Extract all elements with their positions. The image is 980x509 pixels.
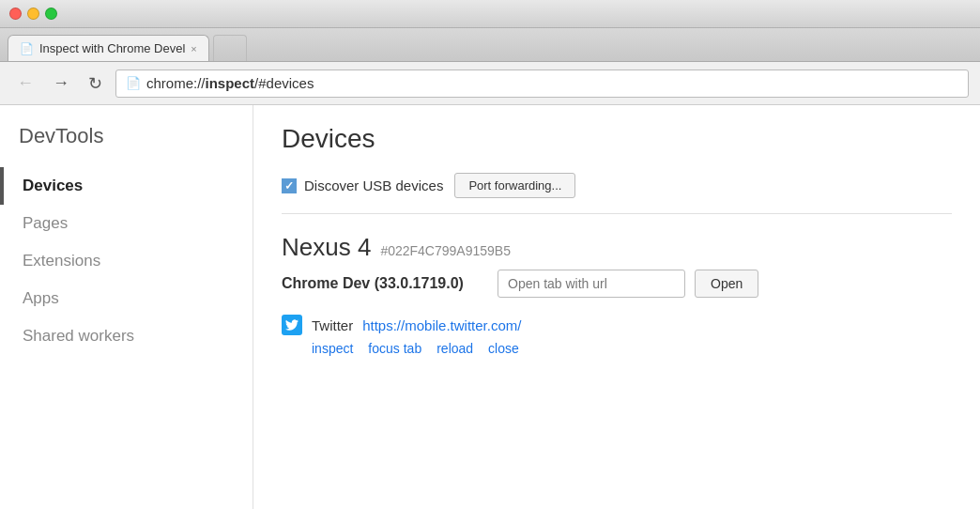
- forward-button[interactable]: →: [47, 69, 75, 97]
- discover-usb-row: ✓ Discover USB devices Port forwarding..…: [282, 173, 952, 214]
- focus-tab-link[interactable]: focus tab: [368, 341, 421, 356]
- sidebar-item-apps[interactable]: Apps: [0, 280, 253, 317]
- nav-bar: ← → ↻ 📄 chrome://inspect/#devices: [0, 62, 980, 105]
- maximize-button[interactable]: [45, 8, 57, 20]
- tab-page-icon: 📄: [20, 42, 34, 55]
- device-name: Nexus 4: [282, 233, 371, 262]
- close-link[interactable]: close: [488, 341, 519, 356]
- sidebar-item-shared-workers[interactable]: Shared workers: [0, 317, 253, 355]
- browser-row: Chrome Dev (33.0.1719.0) Open: [282, 270, 952, 298]
- checkbox-check-icon: ✓: [284, 179, 294, 193]
- reload-link[interactable]: reload: [436, 341, 473, 356]
- tab-item-twitter: Twitter https://mobile.twitter.com/: [282, 311, 952, 339]
- new-tab-button[interactable]: [213, 35, 247, 61]
- tab-close-button[interactable]: ×: [191, 43, 196, 54]
- close-button[interactable]: [9, 8, 22, 20]
- tab-url-twitter[interactable]: https://mobile.twitter.com/: [362, 317, 521, 333]
- content-area: Devices ✓ Discover USB devices Port forw…: [253, 105, 980, 509]
- browser-name: Chrome Dev (33.0.1719.0): [282, 275, 488, 292]
- discover-usb-checkbox[interactable]: ✓: [282, 178, 297, 193]
- twitter-icon: [282, 315, 302, 335]
- reload-button[interactable]: ↻: [83, 69, 108, 98]
- inspect-link[interactable]: inspect: [312, 341, 353, 356]
- device-id: #022F4C799A9159B5: [380, 243, 511, 258]
- address-page-icon: 📄: [126, 76, 141, 90]
- active-tab[interactable]: 📄 Inspect with Chrome Devel ×: [8, 35, 209, 61]
- tab-title-twitter: Twitter: [312, 317, 353, 333]
- tab-bar: 📄 Inspect with Chrome Devel ×: [0, 28, 980, 62]
- address-suffix: /#devices: [254, 75, 314, 91]
- page-title: Devices: [282, 124, 952, 154]
- port-forwarding-button[interactable]: Port forwarding...: [454, 173, 575, 198]
- address-bar[interactable]: 📄 chrome://inspect/#devices: [115, 69, 969, 98]
- device-header: Nexus 4 #022F4C799A9159B5: [282, 233, 952, 262]
- sidebar-title: DevTools: [0, 124, 253, 167]
- title-bar: [0, 0, 980, 28]
- sidebar-item-pages[interactable]: Pages: [0, 205, 253, 242]
- sidebar-item-devices[interactable]: Devices: [0, 167, 253, 205]
- address-text: chrome://inspect/#devices: [146, 75, 314, 91]
- back-button[interactable]: ←: [11, 69, 39, 97]
- tab-title: Inspect with Chrome Devel: [39, 41, 185, 55]
- sidebar-item-extensions[interactable]: Extensions: [0, 242, 253, 280]
- traffic-lights: [9, 8, 57, 20]
- open-tab-button[interactable]: Open: [695, 270, 758, 298]
- discover-usb-checkbox-wrapper[interactable]: ✓ Discover USB devices: [282, 177, 443, 193]
- tab-actions-twitter: inspect focus tab reload close: [282, 341, 952, 356]
- address-prefix: chrome://: [146, 75, 206, 91]
- sidebar: DevTools Devices Pages Extensions Apps S…: [0, 105, 253, 509]
- address-bold: inspect: [206, 75, 255, 91]
- discover-usb-label: Discover USB devices: [304, 177, 443, 193]
- open-tab-url-input[interactable]: [498, 270, 685, 298]
- main-content: DevTools Devices Pages Extensions Apps S…: [0, 105, 980, 509]
- minimize-button[interactable]: [27, 8, 39, 20]
